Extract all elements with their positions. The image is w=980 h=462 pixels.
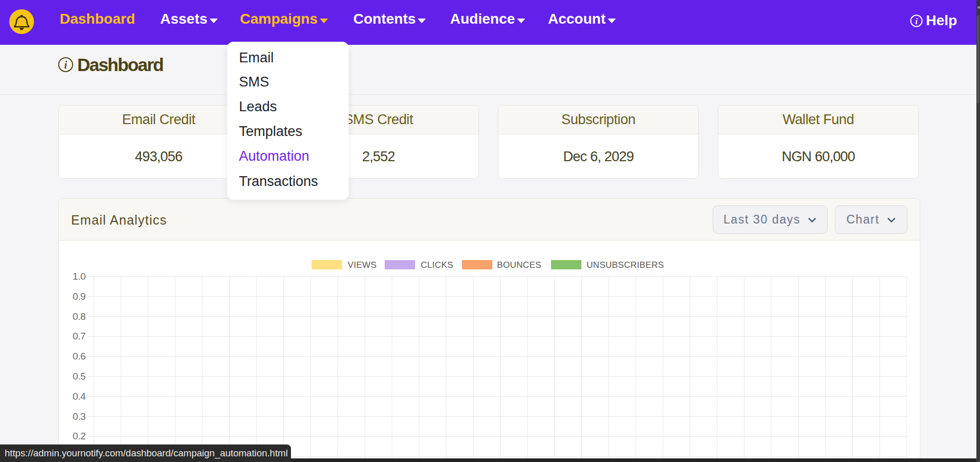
svg-text:i: i [64,59,67,71]
svg-text:i: i [915,16,918,26]
